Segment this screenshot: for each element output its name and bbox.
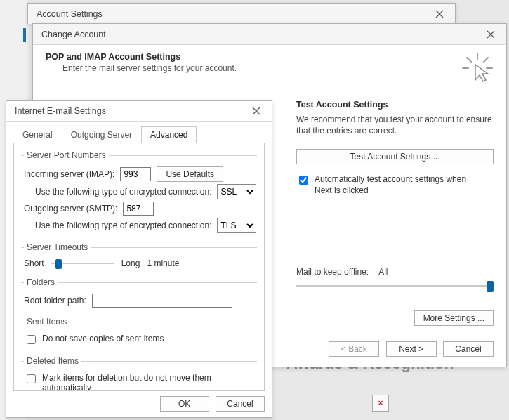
cursor-starburst-icon — [461, 52, 494, 84]
server-ports-group: Server Port Numbers Incoming server (IMA… — [21, 150, 257, 238]
cancel-button[interactable]: Cancel — [216, 396, 265, 412]
svg-line-2 — [484, 58, 488, 62]
change-account-title: Change Account — [41, 29, 106, 39]
test-settings-desc: We recommend that you test your account … — [296, 114, 494, 136]
outgoing-port-label: Outgoing server (SMTP): — [24, 204, 117, 214]
close-icon[interactable] — [428, 6, 451, 22]
outgoing-enc-label: Use the following type of encrypted conn… — [35, 221, 211, 230]
close-icon[interactable] — [480, 27, 502, 42]
server-timeouts-legend: Server Timeouts — [24, 242, 91, 252]
deleted-items-legend: Deleted Items — [24, 356, 81, 366]
use-defaults-button[interactable]: Use Defaults — [157, 166, 223, 182]
next-button[interactable]: Next > — [386, 341, 437, 357]
folders-legend: Folders — [24, 277, 58, 287]
server-timeouts-group: Server Timeouts Short Long 1 minute — [21, 242, 257, 273]
internet-email-settings-dialog: Internet E-mail Settings General Outgoin… — [6, 100, 272, 418]
incoming-port-label: Incoming server (IMAP): — [24, 169, 114, 179]
change-account-titlebar[interactable]: Change Account — [33, 24, 506, 45]
dont-save-sent-checkbox[interactable] — [27, 335, 36, 344]
cancel-button[interactable]: Cancel — [443, 341, 494, 357]
incoming-enc-label: Use the following type of encrypted conn… — [35, 187, 211, 197]
mark-for-deletion-label: Mark items for deletion but do not move … — [42, 373, 257, 391]
timeout-long-label: Long — [121, 258, 140, 268]
inet-title: Internet E-mail Settings — [15, 106, 106, 116]
mail-offline-label: Mail to keep offline: — [296, 267, 369, 277]
ok-button[interactable]: OK — [160, 396, 209, 412]
advanced-tabpane: Server Port Numbers Incoming server (IMA… — [13, 143, 265, 391]
close-icon[interactable] — [245, 103, 267, 119]
dont-save-sent-label: Do not save copies of sent items — [42, 334, 164, 343]
account-settings-dialog: Account Settings — [27, 3, 456, 24]
mark-for-deletion-checkbox[interactable] — [27, 374, 36, 383]
outgoing-port-input[interactable] — [123, 202, 154, 216]
account-settings-titlebar[interactable]: Account Settings — [28, 4, 455, 25]
root-folder-label: Root folder path: — [24, 296, 86, 306]
timeout-value: 1 minute — [147, 258, 179, 268]
inet-titlebar[interactable]: Internet E-mail Settings — [6, 101, 272, 122]
inet-tabs: General Outgoing Server Advanced — [13, 126, 265, 144]
test-account-settings-button[interactable]: Test Account Settings ... — [296, 149, 494, 164]
svg-line-1 — [467, 58, 471, 62]
sent-items-legend: Sent Items — [24, 317, 70, 327]
root-folder-input[interactable] — [92, 294, 232, 308]
dont-save-sent-row[interactable]: Do not save copies of sent items — [24, 334, 257, 346]
mail-offline-value: All — [378, 267, 388, 277]
server-ports-legend: Server Port Numbers — [24, 150, 109, 160]
auto-test-checkbox[interactable] — [299, 176, 308, 185]
incoming-enc-select[interactable]: SSL — [217, 184, 256, 199]
selection-marker — [23, 28, 26, 42]
broken-image-icon: × — [372, 395, 389, 412]
tab-advanced[interactable]: Advanced — [141, 126, 197, 143]
timeout-short-label: Short — [24, 258, 44, 268]
pop-imap-sub: Enter the mail server settings for your … — [62, 63, 237, 73]
timeout-slider[interactable] — [51, 258, 114, 269]
mail-offline-slider[interactable] — [296, 280, 494, 294]
tab-outgoing-server[interactable]: Outgoing Server — [62, 126, 141, 143]
more-settings-button[interactable]: More Settings ... — [414, 310, 494, 326]
back-button[interactable]: < Back — [329, 341, 379, 357]
auto-test-label: Automatically test account settings when… — [315, 174, 483, 196]
sent-items-group: Sent Items Do not save copies of sent it… — [21, 317, 257, 352]
account-settings-title: Account Settings — [37, 9, 103, 19]
pop-imap-heading: POP and IMAP Account Settings — [46, 52, 180, 62]
incoming-port-input[interactable] — [120, 167, 151, 181]
tab-general[interactable]: General — [13, 126, 62, 143]
mark-for-deletion-row[interactable]: Mark items for deletion but do not move … — [24, 373, 257, 391]
folders-group: Folders Root folder path: — [21, 277, 257, 313]
deleted-items-group: Deleted Items Mark items for deletion bu… — [21, 356, 257, 391]
test-settings-heading: Test Account Settings — [296, 100, 494, 110]
outgoing-enc-select[interactable]: TLS — [217, 218, 256, 233]
auto-test-checkbox-row[interactable]: Automatically test account settings when… — [296, 174, 494, 196]
